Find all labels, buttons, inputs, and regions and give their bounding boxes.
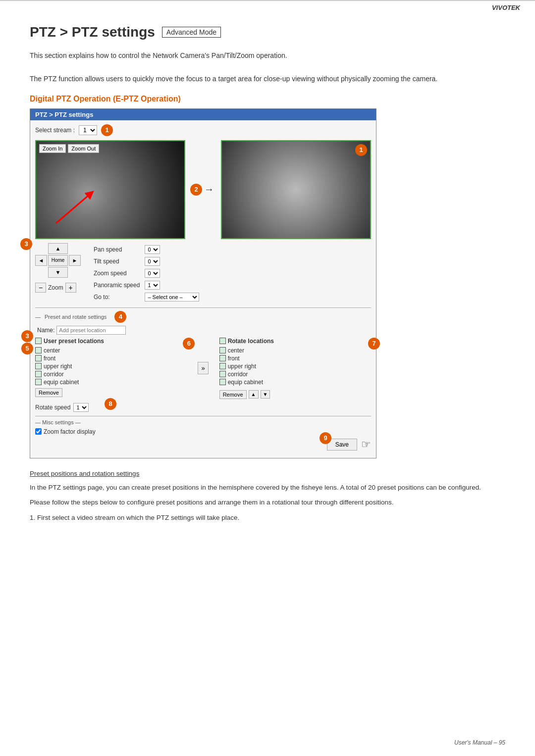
- preset-name-input[interactable]: [56, 326, 126, 335]
- step-1-indicator: 1: [355, 144, 367, 156]
- rotate-speed-label: Rotate speed: [35, 404, 70, 411]
- zoom-speed-select[interactable]: 01: [145, 269, 160, 278]
- user-preset-checkbox-icon: [35, 338, 42, 344]
- navigation-arrow: [51, 189, 101, 228]
- rotate-move-up-btn[interactable]: ▲: [249, 390, 259, 399]
- user-preset-remove-btn[interactable]: Remove: [35, 388, 62, 397]
- preset-check-equip: [35, 379, 42, 385]
- zoom-label: Zoom: [48, 284, 63, 291]
- zoom-factor-label: Zoom factor display: [44, 428, 96, 435]
- preset-item-upperright: upper right: [44, 363, 72, 370]
- preset-positions-heading: Preset positions and rotation settings: [30, 468, 505, 479]
- bottom-para-2: Please follow the steps below to configu…: [30, 497, 505, 508]
- step-1-circle: 1: [101, 124, 113, 136]
- rotate-item-center: center: [228, 347, 244, 354]
- brand-name: VIVOTEK: [492, 4, 520, 11]
- rotate-item-corridor: corridor: [228, 371, 248, 378]
- camera-preview-left: Zoom In Zoom Out: [35, 140, 185, 239]
- intro-paragraph-1: This section explains how to control the…: [30, 50, 505, 61]
- misc-settings-title: — Misc settings —: [35, 419, 371, 425]
- ptz-ui-box: PTZ > PTZ settings Select stream : 1 2 1…: [30, 108, 376, 458]
- transfer-to-rotate-btn[interactable]: »: [198, 362, 208, 374]
- stream-select[interactable]: 1 2: [79, 125, 97, 135]
- step-3-label-circle: 3: [21, 330, 33, 342]
- rotate-list: center front upper right corridor equip …: [219, 347, 371, 386]
- user-preset-label: User preset locations: [44, 338, 104, 345]
- dpad-down-btn[interactable]: ▼: [48, 267, 68, 278]
- step-5-circle: 5: [21, 343, 33, 354]
- step-3-circle: 3: [20, 238, 32, 250]
- panoramic-speed-select[interactable]: 12: [145, 281, 160, 290]
- zoom-plus-btn[interactable]: +: [65, 283, 76, 293]
- intro-paragraph-2: The PTZ function allows users to quickly…: [30, 73, 505, 84]
- step-2-circle: 2: [190, 184, 202, 196]
- save-button[interactable]: Save: [327, 439, 357, 451]
- arrow-right-icon: →: [204, 184, 214, 195]
- goto-label: Go to:: [92, 292, 142, 302]
- zoom-factor-checkbox[interactable]: [35, 428, 42, 435]
- stream-label: Select stream :: [35, 127, 75, 134]
- name-label: Name:: [37, 327, 54, 334]
- bottom-section: Preset positions and rotation settings I…: [30, 468, 505, 523]
- rotate-check-corridor: [219, 371, 226, 377]
- rotate-item-front: front: [228, 355, 240, 362]
- rotate-remove-btn[interactable]: Remove: [219, 390, 247, 399]
- zoom-in-btn[interactable]: Zoom In: [39, 144, 66, 153]
- preset-check-front: [35, 355, 42, 361]
- rotate-locations-checkbox-icon: [219, 338, 226, 344]
- tilt-speed-select[interactable]: 01: [145, 257, 160, 266]
- speed-settings-table: Pan speed 012 Tilt speed 01: [91, 243, 202, 303]
- rotate-check-upperright: [219, 363, 226, 369]
- preset-item-equip: equip cabinet: [44, 379, 79, 386]
- preset-check-center: [35, 347, 42, 353]
- step-9-circle: 9: [320, 432, 331, 444]
- preset-check-upperright: [35, 363, 42, 369]
- rotate-check-front: [219, 355, 226, 361]
- zoom-out-btn[interactable]: Zoom Out: [68, 144, 99, 153]
- pan-speed-label: Pan speed: [92, 244, 142, 255]
- preset-check-corridor: [35, 371, 42, 377]
- user-preset-list: center front upper right corridor equip …: [35, 347, 187, 386]
- advanced-mode-badge: Advanced Mode: [162, 27, 221, 38]
- rotate-locations-label: Rotate locations: [228, 338, 274, 345]
- tilt-speed-label: Tilt speed: [92, 256, 142, 267]
- preset-item-center: center: [44, 347, 60, 354]
- camera-preview-right: 1: [221, 140, 371, 239]
- page-footer: User's Manual – 95: [454, 739, 505, 746]
- preset-section-title: Preset and rotate settings: [45, 314, 107, 320]
- bottom-para-3: 1. First select a video stream on which …: [30, 512, 505, 523]
- step-4-circle: 4: [114, 311, 126, 323]
- bottom-para-1: In the PTZ settings page, you can create…: [30, 482, 505, 493]
- step-7-circle: 7: [368, 338, 380, 350]
- step-8-circle: 8: [105, 398, 116, 410]
- panoramic-speed-label: Panoramic speed: [92, 280, 142, 291]
- goto-select[interactable]: – Select one – center front upper right: [145, 293, 199, 302]
- rotate-speed-select[interactable]: 123: [73, 403, 89, 412]
- page-title: PTZ > PTZ settings: [30, 24, 155, 40]
- digital-ptz-heading: Digital PTZ Operation (E-PTZ Operation): [30, 95, 505, 103]
- preset-item-front: front: [44, 355, 55, 362]
- rotate-check-equip: [219, 379, 226, 385]
- dpad-up-btn[interactable]: ▲: [48, 243, 68, 254]
- ptz-ui-title: PTZ > PTZ settings: [30, 109, 376, 120]
- dpad-home-btn[interactable]: Home: [48, 255, 68, 266]
- zoom-speed-label: Zoom speed: [92, 268, 142, 279]
- pan-speed-select[interactable]: 012: [145, 245, 160, 254]
- preset-item-corridor: corridor: [44, 371, 64, 378]
- rotate-move-down-btn[interactable]: ▼: [261, 390, 270, 399]
- dpad-right-btn[interactable]: ►: [69, 255, 81, 266]
- rotate-check-center: [219, 347, 226, 353]
- hand-pointer-icon: ☞: [361, 438, 371, 451]
- svg-line-0: [56, 194, 91, 223]
- zoom-minus-btn[interactable]: −: [35, 283, 46, 293]
- step-6-circle: 6: [183, 338, 195, 350]
- rotate-item-upperright: upper right: [228, 363, 256, 370]
- rotate-item-equip: equip cabinet: [228, 379, 263, 386]
- dpad-left-btn[interactable]: ◄: [35, 255, 47, 266]
